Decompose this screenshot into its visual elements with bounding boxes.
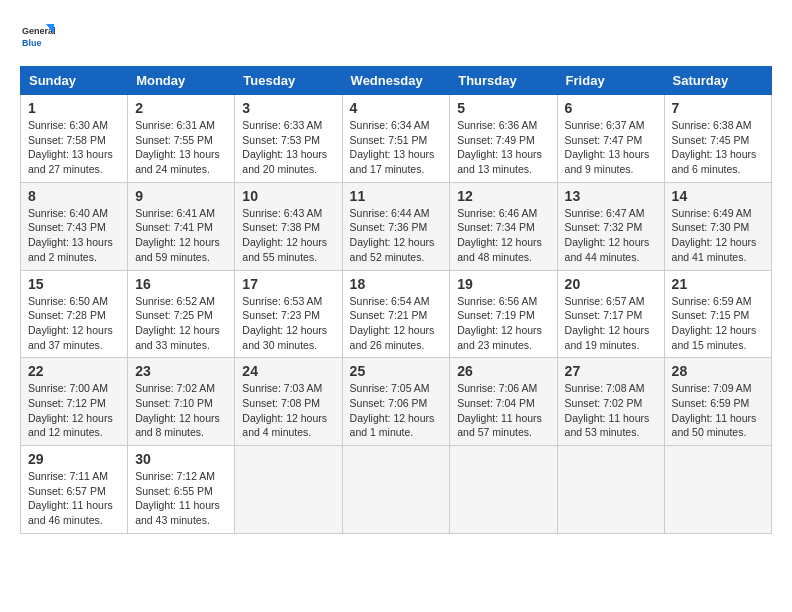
day-number: 22 — [28, 363, 120, 379]
day-number: 29 — [28, 451, 120, 467]
day-info: Sunrise: 6:40 AM Sunset: 7:43 PM Dayligh… — [28, 206, 120, 265]
calendar-cell: 17Sunrise: 6:53 AM Sunset: 7:23 PM Dayli… — [235, 270, 342, 358]
day-number: 24 — [242, 363, 334, 379]
day-info: Sunrise: 6:31 AM Sunset: 7:55 PM Dayligh… — [135, 118, 227, 177]
day-number: 26 — [457, 363, 549, 379]
calendar-cell — [342, 446, 450, 534]
calendar-cell: 7Sunrise: 6:38 AM Sunset: 7:45 PM Daylig… — [664, 95, 771, 183]
calendar-week-row: 22Sunrise: 7:00 AM Sunset: 7:12 PM Dayli… — [21, 358, 772, 446]
calendar-cell: 22Sunrise: 7:00 AM Sunset: 7:12 PM Dayli… — [21, 358, 128, 446]
calendar-cell — [235, 446, 342, 534]
calendar-header: SundayMondayTuesdayWednesdayThursdayFrid… — [21, 67, 772, 95]
svg-text:Blue: Blue — [22, 38, 42, 48]
calendar-cell: 15Sunrise: 6:50 AM Sunset: 7:28 PM Dayli… — [21, 270, 128, 358]
day-info: Sunrise: 6:46 AM Sunset: 7:34 PM Dayligh… — [457, 206, 549, 265]
day-number: 25 — [350, 363, 443, 379]
day-info: Sunrise: 7:03 AM Sunset: 7:08 PM Dayligh… — [242, 381, 334, 440]
day-number: 16 — [135, 276, 227, 292]
calendar-cell: 21Sunrise: 6:59 AM Sunset: 7:15 PM Dayli… — [664, 270, 771, 358]
weekday-header-friday: Friday — [557, 67, 664, 95]
day-info: Sunrise: 7:12 AM Sunset: 6:55 PM Dayligh… — [135, 469, 227, 528]
calendar-cell: 3Sunrise: 6:33 AM Sunset: 7:53 PM Daylig… — [235, 95, 342, 183]
day-info: Sunrise: 7:09 AM Sunset: 6:59 PM Dayligh… — [672, 381, 764, 440]
calendar-cell: 26Sunrise: 7:06 AM Sunset: 7:04 PM Dayli… — [450, 358, 557, 446]
calendar-cell: 13Sunrise: 6:47 AM Sunset: 7:32 PM Dayli… — [557, 182, 664, 270]
day-info: Sunrise: 6:59 AM Sunset: 7:15 PM Dayligh… — [672, 294, 764, 353]
day-number: 7 — [672, 100, 764, 116]
day-info: Sunrise: 7:00 AM Sunset: 7:12 PM Dayligh… — [28, 381, 120, 440]
calendar-cell: 25Sunrise: 7:05 AM Sunset: 7:06 PM Dayli… — [342, 358, 450, 446]
day-number: 2 — [135, 100, 227, 116]
day-number: 28 — [672, 363, 764, 379]
calendar-cell: 29Sunrise: 7:11 AM Sunset: 6:57 PM Dayli… — [21, 446, 128, 534]
day-number: 27 — [565, 363, 657, 379]
day-number: 11 — [350, 188, 443, 204]
calendar-cell: 10Sunrise: 6:43 AM Sunset: 7:38 PM Dayli… — [235, 182, 342, 270]
calendar-body: 1Sunrise: 6:30 AM Sunset: 7:58 PM Daylig… — [21, 95, 772, 534]
weekday-header-thursday: Thursday — [450, 67, 557, 95]
calendar-cell: 16Sunrise: 6:52 AM Sunset: 7:25 PM Dayli… — [128, 270, 235, 358]
day-info: Sunrise: 7:02 AM Sunset: 7:10 PM Dayligh… — [135, 381, 227, 440]
day-info: Sunrise: 6:56 AM Sunset: 7:19 PM Dayligh… — [457, 294, 549, 353]
calendar-cell: 23Sunrise: 7:02 AM Sunset: 7:10 PM Dayli… — [128, 358, 235, 446]
day-info: Sunrise: 7:05 AM Sunset: 7:06 PM Dayligh… — [350, 381, 443, 440]
day-number: 17 — [242, 276, 334, 292]
day-number: 4 — [350, 100, 443, 116]
weekday-header-wednesday: Wednesday — [342, 67, 450, 95]
day-info: Sunrise: 6:52 AM Sunset: 7:25 PM Dayligh… — [135, 294, 227, 353]
day-info: Sunrise: 6:43 AM Sunset: 7:38 PM Dayligh… — [242, 206, 334, 265]
weekday-header-saturday: Saturday — [664, 67, 771, 95]
day-info: Sunrise: 6:49 AM Sunset: 7:30 PM Dayligh… — [672, 206, 764, 265]
weekday-header-row: SundayMondayTuesdayWednesdayThursdayFrid… — [21, 67, 772, 95]
calendar-cell: 11Sunrise: 6:44 AM Sunset: 7:36 PM Dayli… — [342, 182, 450, 270]
day-info: Sunrise: 6:41 AM Sunset: 7:41 PM Dayligh… — [135, 206, 227, 265]
day-number: 5 — [457, 100, 549, 116]
day-number: 21 — [672, 276, 764, 292]
calendar-cell: 12Sunrise: 6:46 AM Sunset: 7:34 PM Dayli… — [450, 182, 557, 270]
day-info: Sunrise: 7:08 AM Sunset: 7:02 PM Dayligh… — [565, 381, 657, 440]
day-number: 8 — [28, 188, 120, 204]
calendar-cell: 20Sunrise: 6:57 AM Sunset: 7:17 PM Dayli… — [557, 270, 664, 358]
calendar-cell: 30Sunrise: 7:12 AM Sunset: 6:55 PM Dayli… — [128, 446, 235, 534]
calendar-cell: 9Sunrise: 6:41 AM Sunset: 7:41 PM Daylig… — [128, 182, 235, 270]
day-number: 12 — [457, 188, 549, 204]
day-info: Sunrise: 6:33 AM Sunset: 7:53 PM Dayligh… — [242, 118, 334, 177]
day-info: Sunrise: 6:30 AM Sunset: 7:58 PM Dayligh… — [28, 118, 120, 177]
day-number: 19 — [457, 276, 549, 292]
day-info: Sunrise: 6:47 AM Sunset: 7:32 PM Dayligh… — [565, 206, 657, 265]
day-info: Sunrise: 6:50 AM Sunset: 7:28 PM Dayligh… — [28, 294, 120, 353]
calendar-week-row: 29Sunrise: 7:11 AM Sunset: 6:57 PM Dayli… — [21, 446, 772, 534]
day-number: 13 — [565, 188, 657, 204]
header: General Blue — [20, 20, 772, 56]
calendar-cell: 28Sunrise: 7:09 AM Sunset: 6:59 PM Dayli… — [664, 358, 771, 446]
day-number: 23 — [135, 363, 227, 379]
calendar-cell: 14Sunrise: 6:49 AM Sunset: 7:30 PM Dayli… — [664, 182, 771, 270]
calendar-cell: 18Sunrise: 6:54 AM Sunset: 7:21 PM Dayli… — [342, 270, 450, 358]
calendar-cell: 24Sunrise: 7:03 AM Sunset: 7:08 PM Dayli… — [235, 358, 342, 446]
calendar-table: SundayMondayTuesdayWednesdayThursdayFrid… — [20, 66, 772, 534]
calendar-cell: 1Sunrise: 6:30 AM Sunset: 7:58 PM Daylig… — [21, 95, 128, 183]
day-info: Sunrise: 6:37 AM Sunset: 7:47 PM Dayligh… — [565, 118, 657, 177]
logo-icon: General Blue — [20, 20, 56, 56]
day-info: Sunrise: 6:34 AM Sunset: 7:51 PM Dayligh… — [350, 118, 443, 177]
calendar-week-row: 15Sunrise: 6:50 AM Sunset: 7:28 PM Dayli… — [21, 270, 772, 358]
day-number: 18 — [350, 276, 443, 292]
day-info: Sunrise: 6:57 AM Sunset: 7:17 PM Dayligh… — [565, 294, 657, 353]
day-number: 9 — [135, 188, 227, 204]
day-info: Sunrise: 7:11 AM Sunset: 6:57 PM Dayligh… — [28, 469, 120, 528]
day-number: 1 — [28, 100, 120, 116]
weekday-header-sunday: Sunday — [21, 67, 128, 95]
calendar-cell — [557, 446, 664, 534]
day-number: 10 — [242, 188, 334, 204]
calendar-cell: 8Sunrise: 6:40 AM Sunset: 7:43 PM Daylig… — [21, 182, 128, 270]
calendar-week-row: 8Sunrise: 6:40 AM Sunset: 7:43 PM Daylig… — [21, 182, 772, 270]
day-info: Sunrise: 6:44 AM Sunset: 7:36 PM Dayligh… — [350, 206, 443, 265]
calendar-week-row: 1Sunrise: 6:30 AM Sunset: 7:58 PM Daylig… — [21, 95, 772, 183]
day-info: Sunrise: 6:36 AM Sunset: 7:49 PM Dayligh… — [457, 118, 549, 177]
day-info: Sunrise: 7:06 AM Sunset: 7:04 PM Dayligh… — [457, 381, 549, 440]
calendar-cell: 4Sunrise: 6:34 AM Sunset: 7:51 PM Daylig… — [342, 95, 450, 183]
calendar-cell: 27Sunrise: 7:08 AM Sunset: 7:02 PM Dayli… — [557, 358, 664, 446]
day-number: 20 — [565, 276, 657, 292]
day-info: Sunrise: 6:54 AM Sunset: 7:21 PM Dayligh… — [350, 294, 443, 353]
day-info: Sunrise: 6:53 AM Sunset: 7:23 PM Dayligh… — [242, 294, 334, 353]
